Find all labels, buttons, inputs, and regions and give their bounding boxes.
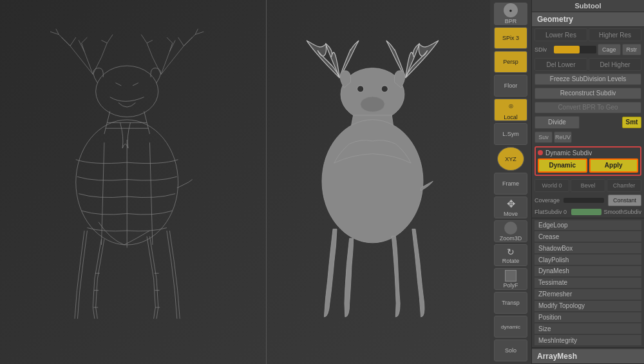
local-icon: ◎ [504, 99, 518, 113]
size-button[interactable]: Size [535, 323, 641, 334]
floor-label: Floor [504, 82, 518, 89]
world-bevel-row: World 0 Bevel Chamfer [532, 178, 644, 193]
moose-right [267, 0, 491, 364]
divide-row: Divide Smt [532, 115, 644, 130]
svg-point-6 [322, 119, 423, 242]
move-button[interactable]: ✥ Move [494, 196, 527, 218]
moose-right-svg [285, 18, 471, 347]
del-lower-button[interactable]: Del Lower [535, 58, 587, 71]
lsym-button[interactable]: L.Sym [494, 123, 527, 145]
dynamic-subdiv-title: Dynamic Subdiv [545, 149, 592, 157]
sdiv-slider[interactable] [554, 46, 596, 53]
smt-button[interactable]: Smt [622, 117, 641, 128]
viewport: ● BPR SPix 3 Persp Floor ◎ Local L.Sym X… [0, 0, 531, 364]
viewport-toolbar: ● BPR SPix 3 Persp Floor ◎ Local L.Sym X… [490, 0, 531, 364]
floor-button[interactable]: Floor [494, 75, 527, 97]
chamfer-button[interactable]: Chamfer [607, 179, 641, 192]
coverage-slider[interactable] [564, 198, 604, 203]
coverage-label: Coverage [535, 197, 560, 204]
apply-button[interactable]: Apply [589, 158, 639, 173]
shadowbox-button[interactable]: ShadowBox [535, 243, 641, 253]
del-higher-button[interactable]: Del Higher [589, 58, 641, 71]
polyf-icon [505, 270, 516, 282]
modify-topology-button[interactable]: Modify Topology [535, 301, 641, 311]
dynamic-apply-row: Dynamic Apply [538, 158, 638, 173]
edgeloop-button[interactable]: EdgeLoop [535, 220, 641, 231]
transp-label: Transp [502, 300, 520, 306]
flat-subdiv-label: FlatSubdiv 0 [535, 209, 570, 215]
rotate-icon: ↻ [507, 247, 515, 257]
divide-button[interactable]: Divide [535, 116, 580, 129]
moose-left [0, 0, 265, 364]
spix-label: SPix 3 [502, 35, 519, 41]
lsym-label: L.Sym [502, 131, 519, 137]
dynamic-button[interactable]: dynamic [494, 316, 527, 338]
cage-btn[interactable]: Cage [598, 44, 621, 55]
bevel-button[interactable]: Bevel [571, 179, 605, 192]
dynamic-label: dynamic [501, 324, 520, 330]
subtool-header: Subtool [532, 0, 644, 12]
move-label: Move [504, 211, 518, 217]
xyz-label: XYZ [505, 156, 516, 162]
xyz-button[interactable]: XYZ [497, 147, 524, 171]
del-row: Del Lower Del Higher [532, 57, 644, 72]
world0-button[interactable]: World 0 [535, 179, 569, 192]
dynamic-subdiv-indicator [538, 150, 543, 155]
dynamesh-button[interactable]: DynaMesh [535, 266, 641, 276]
spix-button[interactable]: SPix 3 [494, 27, 527, 49]
zoom3d-label: Zoom3D [500, 235, 522, 242]
divider1 [532, 218, 644, 218]
svg-point-3 [361, 96, 385, 111]
claypolish-button[interactable]: ClayPolish [535, 254, 641, 265]
moose-left-svg [36, 15, 229, 350]
bpr-button[interactable]: ● BPR [494, 3, 527, 25]
zremesher-button[interactable]: ZRemesher [535, 289, 641, 300]
position-button[interactable]: Position [535, 312, 641, 323]
persp-button[interactable]: Persp [494, 51, 527, 73]
flat-smooth-row: FlatSubdiv 0 SmoothSubdiv [532, 207, 644, 216]
geometry-header: Geometry [532, 12, 644, 27]
svg-point-5 [381, 85, 388, 91]
frame-label: Frame [502, 180, 519, 187]
arraymesh-header: ArrayMesh [532, 349, 644, 364]
smooth-subdiv-slider[interactable] [571, 209, 601, 215]
reconstruct-subdiv-button[interactable]: Reconstruct Subdiv [535, 88, 641, 99]
reuv-button[interactable]: ReUV [554, 131, 572, 143]
dynamic-subdiv-header: Dynamic Subdiv [538, 149, 638, 157]
convert-bpr-button[interactable]: Convert BPR To Geo [535, 102, 641, 113]
local-button[interactable]: ◎ Local [494, 99, 527, 121]
rotate-button[interactable]: ↻ Rotate [494, 244, 527, 266]
polyf-label: PolyF [503, 282, 518, 289]
bpr-icon: ● [504, 3, 518, 17]
transp-button[interactable]: Transp [494, 292, 527, 314]
res-row: Lower Res Higher Res [532, 27, 644, 43]
sdiv-label: SDiv [535, 46, 553, 53]
solo-button[interactable]: Solo [494, 340, 527, 361]
bpr-label: BPR [505, 18, 517, 24]
dynamic-button-panel[interactable]: Dynamic [538, 158, 587, 173]
move-icon: ✥ [507, 198, 515, 210]
zoom3d-button[interactable]: Zoom3D [494, 220, 527, 242]
suv-button[interactable]: Suv [535, 131, 553, 143]
sdiv-row: SDiv Cage Rstr [532, 43, 644, 57]
local-label: Local [504, 114, 518, 120]
rstr-btn[interactable]: Rstr [622, 44, 642, 55]
lower-res-button[interactable]: Lower Res [535, 28, 587, 41]
svg-point-0 [95, 66, 158, 117]
frame-button[interactable]: Frame [494, 173, 527, 195]
tessimate-button[interactable]: Tessimate [535, 278, 641, 288]
crease-button[interactable]: Crease [535, 231, 641, 242]
constant-button[interactable]: Constant [608, 195, 641, 206]
sdiv-fill [554, 46, 580, 53]
right-panel: Subtool Geometry Lower Res Higher Res SD… [531, 0, 644, 364]
meshintegrity-button[interactable]: MeshIntegrity [535, 335, 641, 345]
solo-label: Solo [505, 347, 516, 354]
higher-res-button[interactable]: Higher Res [589, 28, 641, 41]
suv-row: Suv ReUV [532, 130, 644, 144]
dynamic-subdiv-section: Dynamic Subdiv Dynamic Apply [535, 146, 641, 176]
rotate-label: Rotate [502, 258, 520, 264]
smooth-subdiv-label: SmoothSubdiv [603, 209, 641, 215]
coverage-row: Coverage Constant [532, 193, 644, 207]
freeze-subdiv-button[interactable]: Freeze SubDivision Levels [535, 73, 641, 85]
polyf-button[interactable]: PolyF [494, 268, 527, 290]
